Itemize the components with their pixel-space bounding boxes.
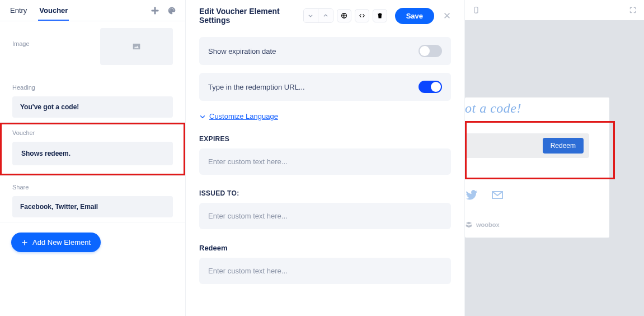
input-issued[interactable] [199,203,451,229]
chevron-down-icon [199,113,206,120]
toggle-show-expiration[interactable] [419,45,442,57]
share-label: Share [12,184,173,190]
field-label-redeem: Redeem [199,244,451,252]
chevron-down-icon[interactable] [304,9,318,22]
voucher-section[interactable]: Voucher Shows redeem. [0,123,185,176]
tab-voucher[interactable]: Voucher [38,1,69,21]
preview-card: ot a code! Redeem woobox [465,97,609,238]
image-section[interactable]: Image [0,21,185,76]
tab-entry[interactable]: Entry [9,1,28,21]
woobox-logo-icon [465,221,473,229]
editor-panel: Edit Voucher Element Settings Save Show … [186,0,465,316]
input-expires[interactable] [199,148,451,175]
brand-name: woobox [476,221,500,228]
preview-toolbar [465,2,644,18]
setting-show-expiration: Show expiration date [199,37,451,65]
add-new-element-button[interactable]: Add New Element [11,233,101,252]
field-label-expires: EXPIRES [199,135,451,143]
save-button[interactable]: Save [395,8,434,24]
plus-icon[interactable] [151,6,159,15]
expand-icon[interactable] [628,6,637,15]
chevron-up-icon[interactable] [318,9,333,22]
customize-language-label: Customize Language [209,112,278,120]
preview-panel: ot a code! Redeem woobox [465,0,644,316]
image-label: Image [12,40,30,47]
svg-point-1 [476,12,476,13]
redeem-button[interactable]: Redeem [543,138,584,154]
preview-canvas: ot a code! Redeem woobox [465,20,644,316]
image-icon [132,42,141,51]
setting-redemption-url: Type in the redemption URL... [199,73,451,101]
toggle-redemption-url[interactable] [419,81,442,93]
email-icon[interactable] [491,188,504,202]
input-redeem[interactable] [199,258,451,284]
brand-woobox: woobox [465,221,500,229]
code-icon[interactable] [355,9,369,22]
plus-icon [21,239,28,246]
setting-redemption-url-label: Type in the redemption URL... [208,83,305,91]
heading-section[interactable]: Heading You've got a code! [0,76,185,123]
customize-language[interactable]: Customize Language [199,109,451,133]
heading-label: Heading [12,84,173,91]
palette-icon[interactable] [167,6,176,15]
globe-icon[interactable] [337,9,351,22]
twitter-icon[interactable] [465,188,478,202]
tabs: Entry Voucher [0,0,185,21]
trash-icon[interactable] [373,9,387,22]
image-slot[interactable] [100,28,173,65]
share-value: Facebook, Twitter, Email [12,196,173,217]
share-section[interactable]: Share Facebook, Twitter, Email [0,176,185,222]
add-new-element-label: Add New Element [32,238,91,247]
preview-heading: ot a code! [465,101,521,116]
preview-code-bar: Redeem [465,133,589,158]
voucher-label: Voucher [12,129,173,136]
preview-share-row [465,188,504,202]
sidebar: Entry Voucher Image Heading You' [0,0,186,316]
close-icon[interactable] [443,12,451,20]
field-label-issued: ISSUED TO: [199,189,451,197]
device-mobile-icon[interactable] [472,6,481,15]
editor-toolbar: Save [303,8,451,24]
voucher-value: Shows redeem. [12,142,173,165]
editor-title: Edit Voucher Element Settings [199,7,303,25]
heading-value: You've got a code! [12,96,173,118]
preview-voucher-element[interactable]: Redeem [465,121,615,179]
setting-show-expiration-label: Show expiration date [208,47,276,55]
